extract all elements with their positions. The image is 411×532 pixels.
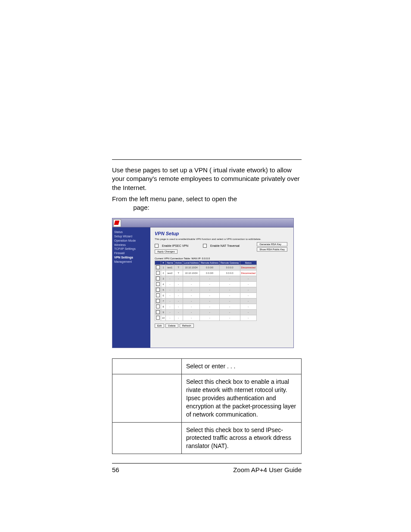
row-select-checkbox[interactable]: [156, 310, 160, 314]
generate-rsa-button[interactable]: Generate RSA Key: [257, 242, 287, 246]
row-select-checkbox[interactable]: [156, 299, 160, 303]
col-header: Remote Gateway: [220, 261, 240, 265]
table-row[interactable]: 6------: [155, 293, 257, 299]
show-rsa-button[interactable]: Show RSA Public Key: [257, 247, 287, 252]
row-select-checkbox[interactable]: [156, 288, 160, 292]
col-header: [155, 261, 161, 265]
window-titlebar: [112, 218, 293, 227]
desc-key: [112, 359, 182, 374]
col-header: #: [161, 261, 166, 265]
col-header: Status: [240, 261, 256, 265]
table-row[interactable]: 3------: [155, 276, 257, 282]
panel-title: VPN Setup: [155, 231, 289, 236]
txt: From the left menu pane, select: [112, 195, 205, 202]
enable-nat-checkbox[interactable]: [203, 244, 207, 248]
desc-value: Select this check box to enable a irtual…: [182, 374, 302, 422]
sidebar-item[interactable]: Status: [114, 230, 149, 234]
desc-header: Select or enter . . .: [182, 359, 302, 374]
enable-ipsec-label: Enable IPSEC VPN: [162, 244, 188, 247]
apply-button[interactable]: Apply Changes: [155, 249, 177, 254]
refresh-button[interactable]: Refresh: [180, 324, 194, 328]
sidebar-item[interactable]: Management: [114, 260, 149, 264]
vpn-connection-table: #NameActiveLocal AddressRemote AddressRe…: [155, 261, 257, 321]
table-row[interactable]: 4------: [155, 282, 257, 287]
table-row[interactable]: 9------: [155, 310, 257, 315]
txt: to open the: [205, 195, 237, 202]
page-number: 56: [112, 466, 119, 473]
row-select-checkbox[interactable]: [156, 316, 160, 320]
col-header: Remote Address: [200, 261, 220, 265]
table-row[interactable]: 7------: [155, 299, 257, 304]
enable-ipsec-checkbox[interactable]: [155, 244, 159, 248]
rule-top: [112, 159, 302, 160]
desc-value: Select this check box to send IPsec-prot…: [182, 422, 302, 454]
enable-nat-label: Enable NAT Traversal: [210, 244, 240, 247]
intro-para: Use these pages to set up a VPN ( irtual…: [112, 166, 302, 192]
row-select-checkbox[interactable]: [156, 277, 160, 280]
row-select-checkbox[interactable]: [156, 265, 160, 269]
desc-key: [112, 422, 182, 454]
sidebar-item[interactable]: Wireless: [114, 243, 149, 247]
sidebar-item-selected[interactable]: VPN Settings: [114, 255, 149, 260]
desc-key: [112, 374, 182, 422]
table-row[interactable]: 2test2T10.10.10/240.0.0/00.0.0.0Disconne…: [155, 271, 257, 276]
col-header: Local Address: [183, 261, 200, 265]
row-select-checkbox[interactable]: [156, 293, 160, 297]
main-panel: VPN Setup This page is used to enable/di…: [150, 227, 293, 348]
table-row[interactable]: 10------: [155, 315, 257, 321]
sidebar-item[interactable]: TCP/IP Settings: [114, 247, 149, 251]
instruction-para: From the left menu pane, select to open …: [112, 195, 302, 212]
txt: page:: [131, 204, 149, 211]
sidebar-item[interactable]: Firewall: [114, 251, 149, 255]
row-select-checkbox[interactable]: [156, 282, 160, 286]
edit-button[interactable]: Edit: [155, 324, 164, 328]
panel-subtitle: This page is used to enable/disable VPN …: [155, 238, 289, 240]
col-header: Name: [166, 261, 174, 265]
table-row[interactable]: 5------: [155, 287, 257, 293]
field-description-table: Select or enter . . . Select this check …: [112, 358, 302, 454]
guide-title: Zoom AP+4 User Guide: [233, 466, 302, 473]
table-row[interactable]: 8------: [155, 304, 257, 310]
table-row[interactable]: 1test1T10.10.10/240.0.0/00.0.0.0Disconne…: [155, 265, 257, 271]
brand-logo-icon: [113, 219, 121, 227]
sidebar-item[interactable]: Operation Mode: [114, 239, 149, 243]
table-caption: Current VPN Connection Table: WAN IP: 0.…: [155, 257, 289, 260]
row-select-checkbox[interactable]: [156, 271, 160, 275]
col-header: Active: [174, 261, 183, 265]
delete-button[interactable]: Delete: [165, 324, 178, 328]
sidebar-item[interactable]: Setup Wizard: [114, 234, 149, 239]
row-select-checkbox[interactable]: [156, 305, 160, 308]
router-screenshot: Status Setup Wizard Operation Mode Wirel…: [112, 218, 294, 348]
sidebar-nav: Status Setup Wizard Operation Mode Wirel…: [112, 227, 150, 348]
page-footer: 56 Zoom AP+4 User Guide: [112, 463, 302, 473]
